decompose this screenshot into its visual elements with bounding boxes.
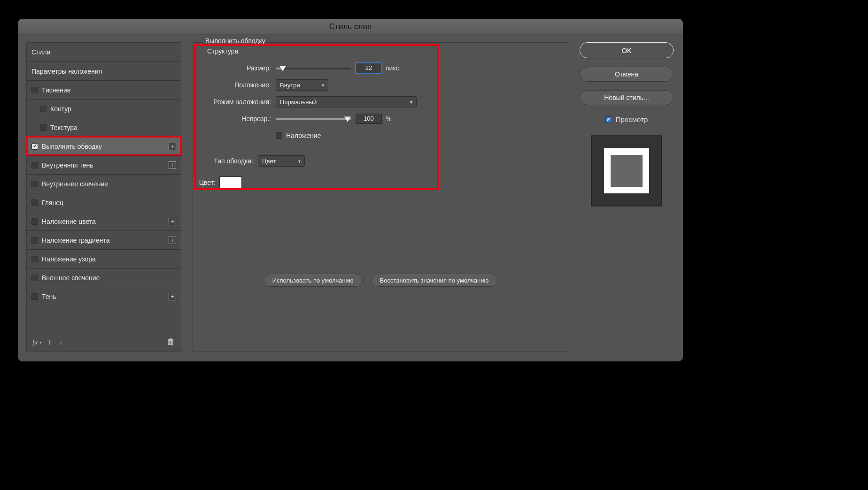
- trash-icon[interactable]: 🗑: [167, 337, 175, 347]
- settings-panel: Выполнить обводку Структура Размер: 22 п…: [193, 42, 568, 352]
- style-item-4[interactable]: Внутренняя тень+: [27, 155, 181, 174]
- overprint-label: Наложение: [286, 132, 321, 139]
- style-item-label: Тень: [42, 293, 56, 300]
- style-item-label: Внешнее свечение: [42, 274, 100, 282]
- overprint-checkbox[interactable]: Наложение: [276, 132, 321, 139]
- style-item-5[interactable]: Внутреннее свечение: [27, 174, 181, 193]
- reset-default-button[interactable]: Восстановить значения по умолчанию: [371, 274, 498, 287]
- opacity-slider[interactable]: [276, 115, 351, 122]
- style-item-label: Наложение градиента: [42, 237, 109, 244]
- blend-select[interactable]: Нормальный ▾: [276, 96, 417, 107]
- color-label: Цвет:: [193, 179, 219, 186]
- checkbox-icon[interactable]: [31, 181, 38, 187]
- blend-options-header[interactable]: Параметры наложения: [27, 61, 181, 80]
- fill-type-select[interactable]: Цвет ▾: [258, 155, 305, 167]
- chevron-down-icon: ▾: [410, 100, 412, 105]
- layer-style-dialog: Стиль слоя Стили Параметры наложения Тис…: [18, 19, 683, 361]
- add-effect-icon[interactable]: +: [169, 237, 176, 244]
- checkbox-icon[interactable]: [40, 106, 46, 112]
- structure-title: Структура: [193, 43, 568, 60]
- checkbox-icon[interactable]: [31, 87, 38, 93]
- size-label: Размер:: [196, 64, 276, 72]
- checkbox-icon: [605, 116, 612, 123]
- fill-type-value: Цвет: [262, 158, 276, 165]
- preview-box: [591, 136, 662, 206]
- ok-button[interactable]: OK: [580, 42, 674, 58]
- checkbox-icon: [276, 132, 282, 139]
- size-slider[interactable]: [276, 65, 351, 71]
- dialog-title: Стиль слоя: [18, 19, 683, 35]
- move-up-icon[interactable]: ↑: [48, 338, 52, 346]
- style-item-0[interactable]: Тиснение: [27, 80, 181, 99]
- right-column: OK Отмена Новый стиль... Просмотр: [580, 42, 674, 352]
- preview-square: [604, 148, 649, 193]
- preview-label: Просмотр: [616, 115, 648, 123]
- position-label: Положение:: [196, 81, 276, 89]
- style-item-2[interactable]: Текстура: [27, 118, 181, 137]
- style-item-9[interactable]: Наложение узора: [27, 249, 181, 268]
- fill-type-label: Тип обводки:: [193, 157, 258, 165]
- style-item-6[interactable]: Глянец: [27, 193, 181, 212]
- style-item-label: Наложение цвета: [42, 218, 96, 225]
- style-item-label: Наложение узора: [42, 255, 96, 263]
- style-item-label: Контур: [50, 105, 71, 113]
- checkbox-icon[interactable]: [31, 143, 38, 150]
- checkbox-icon[interactable]: [31, 162, 38, 168]
- opacity-label: Непрозр.:: [196, 115, 276, 122]
- style-item-label: Тиснение: [42, 86, 71, 94]
- checkbox-icon[interactable]: [31, 293, 38, 300]
- checkbox-icon[interactable]: [31, 275, 38, 281]
- blend-value: Нормальный: [280, 99, 317, 106]
- blend-label: Режим наложения:: [196, 98, 276, 106]
- style-item-1[interactable]: Контур: [27, 99, 181, 118]
- add-effect-icon[interactable]: +: [169, 293, 176, 300]
- style-item-8[interactable]: Наложение градиента+: [27, 230, 181, 249]
- size-unit: пикс.: [386, 64, 401, 72]
- make-default-button[interactable]: Использовать по умолчанию: [264, 274, 363, 287]
- opacity-unit: %: [386, 115, 391, 122]
- style-item-7[interactable]: Наложение цвета+: [27, 212, 181, 230]
- chevron-down-icon: ▾: [322, 83, 324, 88]
- move-down-icon[interactable]: ↓: [59, 338, 63, 346]
- checkbox-icon[interactable]: [31, 237, 38, 244]
- size-input[interactable]: 22: [356, 63, 382, 73]
- checkbox-icon[interactable]: [31, 218, 38, 225]
- style-item-10[interactable]: Внешнее свечение: [27, 268, 181, 287]
- styles-footer: fx ↑ ↓ 🗑: [27, 332, 181, 352]
- style-item-11[interactable]: Тень+: [27, 287, 181, 306]
- chevron-down-icon: ▾: [298, 159, 301, 164]
- color-swatch[interactable]: [219, 176, 242, 189]
- add-effect-icon[interactable]: +: [169, 218, 176, 225]
- style-item-label: Внутреннее свечение: [42, 180, 108, 188]
- checkbox-icon[interactable]: [31, 199, 38, 206]
- position-select[interactable]: Внутри ▾: [276, 79, 328, 91]
- add-effect-icon[interactable]: +: [169, 161, 176, 169]
- styles-header[interactable]: Стили: [27, 43, 181, 61]
- new-style-button[interactable]: Новый стиль...: [580, 90, 674, 105]
- settings-title: Выполнить обводку: [203, 37, 267, 45]
- style-item-label: Внутренняя тень: [42, 161, 93, 169]
- opacity-input[interactable]: 100: [356, 114, 382, 124]
- cancel-button[interactable]: Отмена: [580, 67, 674, 82]
- fx-menu-icon[interactable]: fx: [32, 338, 40, 346]
- style-item-label: Выполнить обводку: [42, 143, 102, 150]
- style-item-label: Глянец: [42, 199, 63, 207]
- style-item-3[interactable]: Выполнить обводку+: [27, 137, 181, 155]
- styles-panel: Стили Параметры наложения ТиснениеКонтур…: [26, 42, 181, 352]
- checkbox-icon[interactable]: [31, 256, 38, 262]
- add-effect-icon[interactable]: +: [169, 143, 176, 150]
- checkbox-icon[interactable]: [40, 124, 46, 131]
- preview-toggle[interactable]: Просмотр: [580, 115, 674, 123]
- styles-header-label: Стили: [31, 48, 50, 56]
- blend-options-label: Параметры наложения: [31, 68, 102, 75]
- position-value: Внутри: [280, 82, 300, 89]
- style-item-label: Текстура: [50, 124, 78, 131]
